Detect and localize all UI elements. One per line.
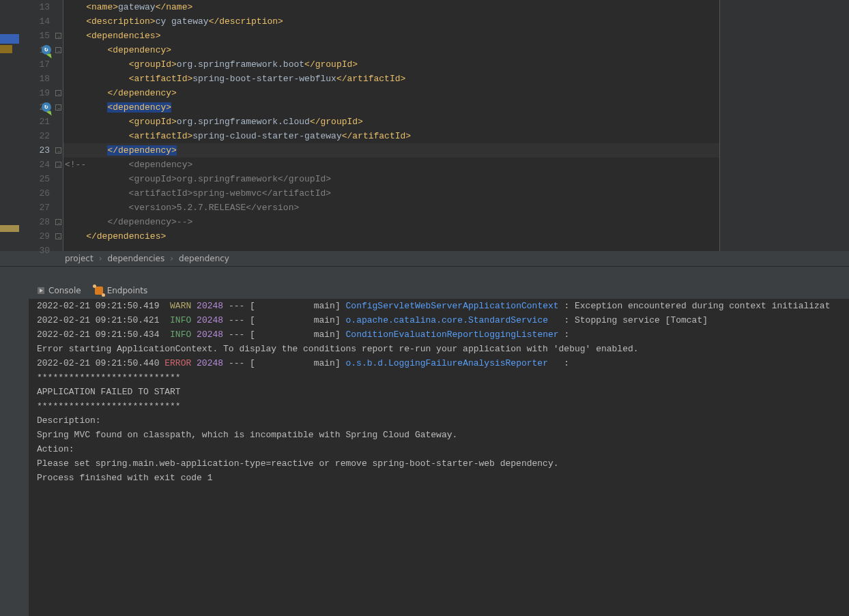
tool-strip [0,266,849,282]
console-line: Please set spring.main.web-application-t… [37,456,849,471]
fold-toggle-icon[interactable] [55,104,61,111]
code-line[interactable]: </dependency> [63,86,719,100]
line-number: 28 [19,215,50,229]
code-line[interactable]: <version>5.2.7.RELEASE</version> [63,201,719,215]
console-line: 2022-02-21 09:21:50.419 WARN 20248 --- [… [37,299,849,313]
fold-toggle-icon[interactable] [55,33,61,39]
console-line: *************************** [37,399,849,413]
tab-label: Endpoints [107,286,148,295]
code-line[interactable]: </dependency>--> [63,215,719,229]
line-number: 18 [19,72,50,86]
fold-column [54,0,63,251]
line-number: 24 [19,158,50,172]
line-gutter: 131415161718192021222324252627282930 ↻↻ [19,0,63,251]
tab-endpoints[interactable]: Endpoints [95,286,148,295]
line-number: 23 [19,143,50,158]
code-line[interactable]: <artifactId>spring-boot-starter-webflux<… [63,72,719,86]
line-number: 13 [19,0,50,14]
console-line: *************************** [37,370,849,385]
console-line: Action: [37,442,849,456]
code-line[interactable]: <groupId>org.springframework.boot</group… [63,57,719,72]
code-line[interactable]: <artifactId>spring-cloud-starter-gateway… [63,129,719,143]
tab-label: Console [48,286,81,295]
line-number: 15 [19,29,50,43]
console-line: 2022-02-21 09:21:50.440 ERROR 20248 --- … [37,356,849,370]
maven-reload-icon[interactable]: ↻ [42,102,51,112]
change-marker [0,45,12,53]
change-marker [0,225,19,232]
code-line[interactable]: </dependency> [63,143,719,158]
console-line: 2022-02-21 09:21:50.421 INFO 20248 --- [… [37,313,849,327]
code-line[interactable]: <description>cy gateway</description> [63,14,719,29]
console-line: Description: [37,413,849,428]
console-line: 2022-02-21 09:21:50.434 INFO 20248 --- [… [37,327,849,342]
code-line[interactable]: <groupId>org.springframework</groupId> [63,172,719,186]
fold-toggle-icon[interactable] [55,47,61,53]
endpoints-icon [95,287,103,295]
play-icon [38,287,44,294]
line-number: 30 [19,244,50,258]
console-gutter [0,299,29,616]
line-number: 25 [19,172,50,186]
tab-console[interactable]: Console [38,286,81,295]
editor-right-strip [719,0,849,251]
fold-toggle-icon[interactable] [55,147,61,153]
line-number: 21 [19,115,50,129]
console-line: Process finished with exit code 1 [37,471,849,485]
line-number: 19 [19,86,50,100]
code-line[interactable]: <dependencies> [63,29,719,43]
editor-area: 131415161718192021222324252627282930 ↻↻ … [0,0,849,251]
code-editor[interactable]: <name>gateway</name> <description>cy gat… [63,0,719,251]
code-line[interactable]: </dependencies> [63,229,719,244]
code-line[interactable]: <!-- <dependency> [63,158,719,172]
fold-toggle-icon[interactable] [55,90,61,96]
console-tabs: Console Endpoints [0,282,849,299]
line-number: 17 [19,57,50,72]
line-number: 26 [19,186,50,201]
line-number: 29 [19,229,50,244]
fold-toggle-icon[interactable] [55,162,61,168]
code-line[interactable]: <name>gateway</name> [63,0,719,14]
console-output[interactable]: 2022-02-21 09:21:50.419 WARN 20248 --- [… [29,299,849,616]
console-area: 2022-02-21 09:21:50.419 WARN 20248 --- [… [0,299,849,616]
console-line: Spring MVC found on classpath, which is … [37,428,849,442]
line-number: 27 [19,201,50,215]
maven-reload-icon[interactable]: ↻ [42,45,51,55]
console-line: APPLICATION FAILED TO START [37,385,849,399]
code-line[interactable] [63,244,719,258]
code-line[interactable]: <dependency> [63,100,719,115]
fold-toggle-icon[interactable] [55,233,61,239]
console-line: Error starting ApplicationContext. To di… [37,342,849,356]
line-number: 22 [19,129,50,143]
line-number: 14 [19,14,50,29]
code-line[interactable]: <dependency> [63,43,719,57]
selection-marker [0,34,19,44]
fold-toggle-icon[interactable] [55,219,61,225]
code-line[interactable]: <groupId>org.springframework.cloud</grou… [63,115,719,129]
code-line[interactable]: <artifactId>spring-webmvc</artifactId> [63,186,719,201]
